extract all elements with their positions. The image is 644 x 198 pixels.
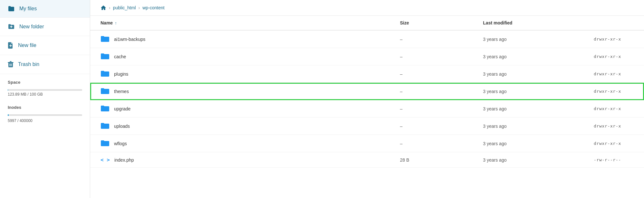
table-row[interactable]: themes–3 years agodrwxr-xr-x	[90, 83, 644, 100]
files-list: Name ↑ Size Last modified ai1wm-backups–…	[90, 16, 644, 168]
breadcrumb: › public_html › wp-content	[90, 0, 644, 16]
new-file-label: New file	[18, 42, 36, 48]
breadcrumb-public-html[interactable]: public_html	[113, 5, 136, 10]
file-permissions-cell: drwxr-xr-x	[589, 30, 644, 48]
table-row[interactable]: upgrade–3 years agodrwxr-xr-x	[90, 100, 644, 118]
file-name-text: upgrade	[114, 106, 130, 111]
folder-icon	[101, 35, 110, 43]
new-folder-icon	[8, 24, 15, 30]
table-row[interactable]: < >index.php28 B3 years ago-rw-r--r--	[90, 152, 644, 168]
col-header-size[interactable]: Size	[395, 16, 478, 30]
inodes-usage-text: 5997 / 400000	[0, 118, 90, 124]
file-row-name-container: themes	[101, 87, 389, 95]
breadcrumb-separator-1: ›	[109, 5, 111, 10]
file-name-text: cache	[114, 54, 126, 59]
file-table-body: ai1wm-backups–3 years agodrwxr-xr-x cach…	[90, 30, 644, 168]
file-permissions-cell: -rw-r--r--	[589, 152, 644, 168]
file-permissions-cell: drwxr-xr-x	[589, 118, 644, 135]
file-name-text: plugins	[114, 71, 128, 77]
table-row[interactable]: cache–3 years agodrwxr-xr-x	[90, 48, 644, 65]
table-row[interactable]: ai1wm-backups–3 years agodrwxr-xr-x	[90, 30, 644, 48]
file-size-cell: 28 B	[395, 152, 478, 168]
file-name-cell: < >index.php	[90, 152, 395, 168]
space-section-label: Space	[0, 74, 90, 86]
file-modified-cell: 3 years ago	[478, 65, 589, 83]
sidebar: My files New folder New file	[0, 0, 90, 198]
file-name-text: uploads	[114, 124, 130, 129]
inodes-bar-container	[0, 111, 90, 118]
folder-icon	[101, 87, 110, 95]
file-row-name-container: uploads	[101, 122, 389, 130]
file-row-name-container: plugins	[101, 70, 389, 78]
file-permissions-cell: drwxr-xr-x	[589, 65, 644, 83]
trash-icon	[8, 61, 14, 68]
file-name-text: themes	[114, 89, 129, 94]
col-header-name[interactable]: Name ↑	[90, 16, 395, 30]
file-modified-cell: 3 years ago	[478, 152, 589, 168]
table-header-row: Name ↑ Size Last modified	[90, 16, 644, 30]
file-name-cell: uploads	[90, 118, 395, 135]
file-row-name-container: wflogs	[101, 139, 389, 147]
file-modified-cell: 3 years ago	[478, 135, 589, 152]
file-row-name-container: < >index.php	[101, 157, 389, 163]
folder-icon	[101, 105, 110, 113]
file-row-name-container: ai1wm-backups	[101, 35, 389, 43]
file-size-cell: –	[395, 65, 478, 83]
file-name-cell: cache	[90, 48, 395, 65]
file-modified-cell: 3 years ago	[478, 30, 589, 48]
file-table: Name ↑ Size Last modified ai1wm-backups–…	[90, 16, 644, 198]
inodes-progress-bar	[8, 114, 82, 116]
breadcrumb-home[interactable]	[101, 5, 106, 10]
space-progress-bar	[8, 89, 82, 91]
main-content: › public_html › wp-content Name ↑ Size L…	[90, 0, 644, 198]
file-permissions-cell: drwxr-xr-x	[589, 135, 644, 152]
file-permissions-cell: drwxr-xr-x	[589, 83, 644, 100]
table-row[interactable]: plugins–3 years agodrwxr-xr-x	[90, 65, 644, 83]
space-section: 123.89 MB / 100 GB	[0, 86, 90, 102]
file-row-name-container: upgrade	[101, 105, 389, 113]
inodes-progress-fill	[8, 114, 9, 116]
folder-icon	[101, 52, 110, 61]
file-size-cell: –	[395, 135, 478, 152]
inodes-section-label: Inodes	[0, 102, 90, 111]
sort-arrow-icon[interactable]: ↑	[115, 21, 117, 25]
sidebar-item-newfolder[interactable]: New folder	[0, 18, 90, 36]
file-name-text: wflogs	[114, 141, 127, 146]
my-files-icon	[8, 6, 15, 12]
file-modified-cell: 3 years ago	[478, 118, 589, 135]
file-name-cell: upgrade	[90, 100, 395, 118]
breadcrumb-separator-2: ›	[139, 5, 140, 10]
col-header-modified[interactable]: Last modified	[478, 16, 589, 30]
file-name-text: index.php	[114, 157, 134, 163]
file-size-cell: –	[395, 30, 478, 48]
space-usage-text: 123.89 MB / 100 GB	[8, 92, 82, 97]
name-column-label: Name	[101, 20, 113, 25]
new-file-icon	[8, 42, 14, 49]
file-size-cell: –	[395, 83, 478, 100]
file-name-cell: ai1wm-backups	[90, 30, 395, 48]
file-name-cell: plugins	[90, 65, 395, 83]
file-name-cell: wflogs	[90, 135, 395, 152]
file-permissions-cell: drwxr-xr-x	[589, 48, 644, 65]
sidebar-item-myfiles[interactable]: My files	[0, 0, 90, 18]
file-code-icon: < >	[101, 157, 110, 163]
file-name-cell: themes	[90, 83, 395, 100]
file-name-text: ai1wm-backups	[114, 37, 145, 42]
file-modified-cell: 3 years ago	[478, 100, 589, 118]
sidebar-item-trashbin[interactable]: Trash bin	[0, 55, 90, 74]
table-row[interactable]: wflogs–3 years agodrwxr-xr-x	[90, 135, 644, 152]
my-files-label: My files	[19, 6, 37, 12]
file-permissions-cell: drwxr-xr-x	[589, 100, 644, 118]
table-row[interactable]: uploads–3 years agodrwxr-xr-x	[90, 118, 644, 135]
folder-icon	[101, 70, 110, 78]
file-size-cell: –	[395, 118, 478, 135]
file-size-cell: –	[395, 48, 478, 65]
file-modified-cell: 3 years ago	[478, 83, 589, 100]
sidebar-item-newfile[interactable]: New file	[0, 36, 90, 55]
trash-bin-label: Trash bin	[18, 61, 39, 67]
breadcrumb-wp-content[interactable]: wp-content	[142, 5, 164, 10]
file-modified-cell: 3 years ago	[478, 48, 589, 65]
new-folder-label: New folder	[19, 24, 44, 30]
folder-icon	[101, 139, 110, 147]
folder-icon	[101, 122, 110, 130]
